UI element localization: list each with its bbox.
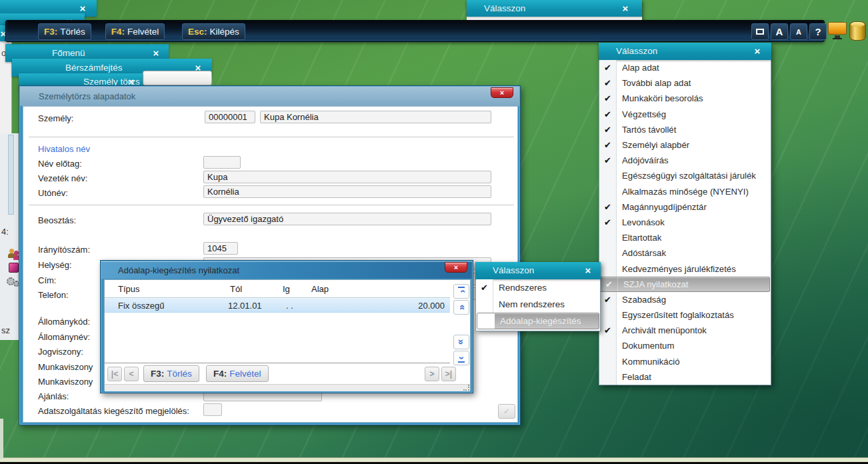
col-header-ig[interactable]: Ig xyxy=(283,284,290,294)
check-icon xyxy=(604,202,611,212)
menu-item[interactable]: Alkalmazás minősége (NYENYI) xyxy=(599,184,771,199)
legal-relation-label: Jogviszony: xyxy=(38,347,83,357)
database-icon[interactable] xyxy=(849,21,866,41)
resize-grip[interactable] xyxy=(463,385,469,391)
cube-icon[interactable] xyxy=(9,263,19,273)
font-increase-button[interactable]: A xyxy=(771,23,788,40)
menu-item[interactable]: Tartós távollét xyxy=(599,122,771,137)
col-header-tipus[interactable]: Típus xyxy=(118,284,140,294)
toolbar-button[interactable]: Esc:Kilépés xyxy=(182,23,245,40)
menu-item[interactable]: Archivált menüpontok xyxy=(599,323,771,338)
menu-panel: Válasszon × Alap adat További alap adat … xyxy=(599,43,771,385)
check-icon xyxy=(604,109,611,119)
monitor-icon[interactable] xyxy=(828,22,847,41)
menu-item[interactable]: Eltartottak xyxy=(599,230,771,245)
data-service-label: Adatszolgáltatás kiegészítő megjelölés: xyxy=(38,406,189,416)
col-header-tol[interactable]: Tól xyxy=(230,284,242,294)
menu-item[interactable]: Adóstársak xyxy=(599,245,771,261)
nav-next-button[interactable]: > xyxy=(425,367,439,381)
employment2-label: Munkaviszony xyxy=(38,377,93,387)
menu-item[interactable]: SZJA nyilatkozat xyxy=(600,277,770,292)
dialog-body: Típus Tól Ig Alap Fix összegű 12.01.01 .… xyxy=(104,279,471,391)
grid-row-selected[interactable]: Fix összegű 12.01.01 . . 20.000 xyxy=(105,298,450,313)
name-prefix-input[interactable] xyxy=(203,156,241,169)
toolbar-button[interactable]: F3:Törlés xyxy=(38,23,91,40)
font-decrease-button[interactable]: A xyxy=(790,23,807,40)
fragment-text: sz xyxy=(1,325,10,335)
address-label: Cím: xyxy=(38,275,56,285)
check-icon xyxy=(605,279,613,289)
stock-code-label: Állománykód: xyxy=(38,317,90,327)
menu-panel-titlebar[interactable]: Válasszon × xyxy=(599,43,771,60)
zip-input[interactable]: 1045 xyxy=(203,242,238,255)
dialog-title: Adóalap-kiegészítés nyilatkozat xyxy=(118,265,239,275)
type-item[interactable]: Nem rendszeres xyxy=(476,296,600,313)
official-name-section-link[interactable]: Hivatalos név xyxy=(38,144,90,154)
menu-item[interactable]: Levonások xyxy=(599,215,771,230)
close-button[interactable]: × xyxy=(491,87,513,98)
scroll-bottom-button[interactable]: › xyxy=(453,351,469,365)
type-item[interactable]: Adóalap-kiegészítés xyxy=(477,313,599,329)
scrollbar-fragment[interactable] xyxy=(8,135,14,215)
first-name-label: Utónév: xyxy=(38,188,68,198)
fragment-text: 4: xyxy=(1,227,9,237)
menu-item[interactable]: Munkaköri besorolás xyxy=(599,91,771,106)
scroll-pagedown-button[interactable]: » xyxy=(453,335,469,349)
menu-item[interactable]: Alap adat xyxy=(599,60,771,75)
check-icon xyxy=(604,140,611,150)
menu-item[interactable]: Dokumentum xyxy=(599,338,771,353)
nav-prev-button[interactable]: < xyxy=(124,367,139,381)
close-icon[interactable]: × xyxy=(750,43,765,60)
recommendation-label: Ajánlás: xyxy=(38,391,69,401)
menu-item[interactable]: További alap adat xyxy=(599,75,771,91)
col-header-alap[interactable]: Alap xyxy=(311,284,329,294)
data-service-input[interactable] xyxy=(203,403,222,416)
close-icon[interactable]: × xyxy=(618,0,633,17)
menu-item[interactable]: Végzettség xyxy=(599,107,771,122)
titlebar[interactable]: Válasszon × xyxy=(467,0,642,17)
cell-alap: 20.000 xyxy=(391,301,445,311)
first-name-input[interactable]: Kornélia xyxy=(203,185,491,198)
maximize-icon xyxy=(756,29,764,35)
menu-item[interactable]: Szabadság xyxy=(599,292,771,307)
phone-label: Telefon: xyxy=(38,290,69,300)
city-label: Helység: xyxy=(38,260,72,270)
position-input[interactable]: Ügyvezető igazgató xyxy=(203,213,491,225)
scroll-pageup-button[interactable]: » xyxy=(453,300,469,315)
window-title: Személytörzs alapadatok xyxy=(39,91,135,101)
help-button[interactable]: ? xyxy=(809,23,827,40)
cell-tipus: Fix összegű xyxy=(118,301,164,311)
scroll-top-button[interactable]: › xyxy=(453,284,469,299)
dialog-close-button[interactable]: × xyxy=(445,262,467,273)
delete-button[interactable]: F3:Törlés xyxy=(143,365,199,382)
person-code-input[interactable]: 00000001 xyxy=(205,111,255,123)
menu-item[interactable]: Egészségügyi szolgáltatási járulék xyxy=(599,168,771,183)
type-item[interactable]: Rendszeres xyxy=(476,279,600,296)
close-icon[interactable]: × xyxy=(581,262,595,279)
menu-item[interactable]: Kommunikáció xyxy=(599,354,771,369)
last-name-input[interactable]: Kupa xyxy=(203,171,491,183)
dialog-titlebar[interactable]: Adóalap-kiegészítés nyilatkozat xyxy=(101,261,472,279)
maximize-button[interactable] xyxy=(751,23,769,40)
menu-item[interactable]: Személyi alapbér xyxy=(599,137,771,153)
window-title: Válasszon xyxy=(599,43,657,60)
cell-ig: . . xyxy=(286,301,293,311)
nav-first-button[interactable]: |< xyxy=(107,367,122,381)
nav-last-button[interactable]: >| xyxy=(441,367,456,381)
confirm-check-button[interactable]: ✓ xyxy=(498,404,515,419)
menu-item[interactable]: Feladat xyxy=(599,369,771,385)
menu-item[interactable]: Adójóváírás xyxy=(599,153,771,168)
position-label: Beosztás: xyxy=(38,215,76,225)
add-button[interactable]: F4:Felvétel xyxy=(206,365,269,382)
menu-item[interactable]: Kedvezményes járulékfizetés xyxy=(599,261,771,276)
menu-item[interactable]: Egyszerűsített foglalkoztatás xyxy=(599,307,771,323)
adoalap-dialog: Adóalap-kiegészítés nyilatkozat × Típus … xyxy=(100,260,473,393)
main-window-titlebar[interactable]: Személytörzs alapadatok xyxy=(20,87,519,106)
stock-name-label: Állománynév: xyxy=(38,332,90,342)
type-popup-titlebar[interactable]: Válasszon × xyxy=(475,262,601,279)
menu-item[interactable]: Magánnyugdíjpénztár xyxy=(599,199,771,215)
person-name-input[interactable]: Kupa Kornélia xyxy=(260,111,491,123)
check-icon xyxy=(604,63,611,73)
data-grid: Típus Tól Ig Alap Fix összegű 12.01.01 .… xyxy=(105,280,450,363)
toolbar-button[interactable]: F4:Felvétel xyxy=(105,23,165,40)
